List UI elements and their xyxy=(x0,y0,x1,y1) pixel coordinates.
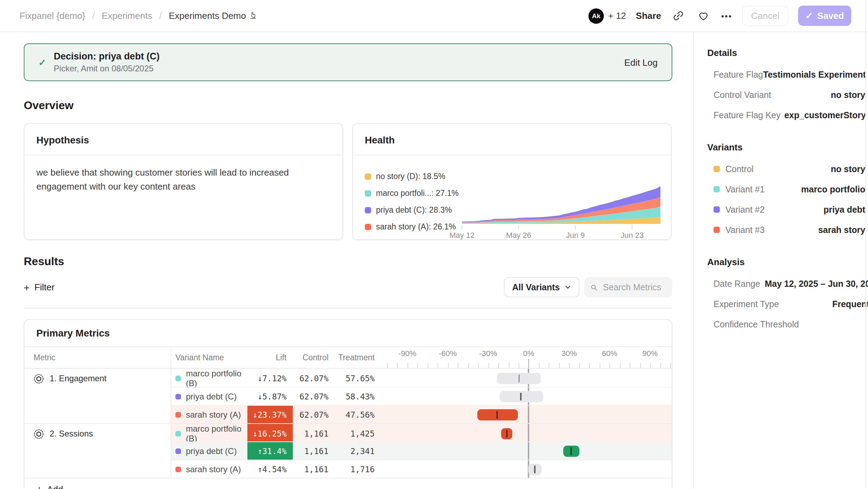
x-axis-label: May 12 xyxy=(449,231,475,240)
metric-table-row[interactable]: 1. Engagementmarco portfolio (B)↓7.12%62… xyxy=(24,369,672,387)
decision-banner: ✓ Decision: priya debt (C) Picker, Amit … xyxy=(24,43,672,81)
variants-dropdown[interactable]: All Variants xyxy=(504,277,579,297)
cancel-button[interactable]: Cancel xyxy=(742,6,788,26)
axis-minor-tick xyxy=(569,363,570,368)
avatar[interactable]: Ak xyxy=(588,8,604,23)
hypothesis-card: Hypothesis we believe that showing custo… xyxy=(24,123,343,240)
axis-label: -60% xyxy=(439,349,457,357)
sidebar-row-value: sarah story (A) xyxy=(765,225,868,235)
details-sidebar: Details Feature FlagTestimonials Experim… xyxy=(693,32,868,489)
axis-minor-tick xyxy=(458,363,458,368)
axis-minor-tick xyxy=(407,363,408,368)
axis-minor-tick xyxy=(600,363,600,368)
lift-value: ↓5.87% xyxy=(247,388,293,405)
results-divider xyxy=(24,308,672,309)
legend-label: marco portfoli...: 27.1% xyxy=(376,189,459,197)
point-estimate-tick xyxy=(506,430,507,438)
legend-item: sarah story (A): 26.1% xyxy=(365,218,459,235)
hypothesis-title: Hypothesis xyxy=(36,134,89,146)
legend-swatch xyxy=(365,190,371,196)
zero-line xyxy=(528,424,529,444)
edit-log-button[interactable]: Edit Log xyxy=(624,57,658,68)
axis-minor-tick xyxy=(519,363,519,368)
sidebar-row: Feature FlagTestimonials Experiment xyxy=(707,64,868,85)
lift-value: ↓16.25% xyxy=(247,424,293,444)
interval-axis: -90%-60%-30%0%30%60%90% xyxy=(384,347,672,368)
treatment-value: 1,716 xyxy=(338,460,384,478)
metric-name[interactable]: 1. Engagement xyxy=(50,374,107,383)
more-options-icon[interactable]: ••• xyxy=(721,12,732,20)
variant-swatch xyxy=(714,227,720,233)
details-heading: Details xyxy=(707,48,868,58)
metric-name[interactable]: 2. Sessions xyxy=(50,429,93,439)
sidebar-row: Variant #1marco portfolio (B) xyxy=(707,179,868,199)
overview-heading: Overview xyxy=(24,99,672,112)
legend-item: no story (D): 18.5% xyxy=(365,168,459,185)
sidebar-row-value: exp_customerStory xyxy=(781,110,866,120)
breadcrumb-item[interactable]: Experiments Demo xyxy=(169,10,257,21)
sidebar-row-value: no story (D) xyxy=(754,164,868,174)
sidebar-row: Experiment TypeFrequentist xyxy=(707,294,868,314)
variant-swatch xyxy=(175,412,181,417)
variant-swatch xyxy=(175,394,181,399)
decision-subtitle: Picker, Amit on 08/05/2025 xyxy=(54,64,624,73)
sidebar-row-label: Experiment Type xyxy=(714,299,779,309)
axis-label: 90% xyxy=(642,349,658,357)
check-icon: ✓ xyxy=(805,10,813,21)
axis-minor-tick xyxy=(498,363,499,368)
breadcrumb-item[interactable]: Fixpanel {demo} xyxy=(20,10,85,21)
metric-table-row[interactable]: sarah story (A)↓23.37%62.07%47.56% xyxy=(24,405,672,423)
axis-minor-tick xyxy=(488,363,489,368)
health-card: Health no story (D): 18.5%marco portfoli… xyxy=(352,123,672,240)
add-metric-button[interactable]: + Add xyxy=(24,478,672,489)
axis-minor-tick xyxy=(387,363,388,368)
metric-table-row[interactable]: priya debt (C)↓5.87%62.07%58.43% xyxy=(24,387,672,405)
metric-table-row[interactable]: 2. Sessionsmarco portfolio (B)↓16.25%1,1… xyxy=(24,423,672,441)
breadcrumb-separator: / xyxy=(159,10,162,21)
lift-value: ↓7.12% xyxy=(247,369,293,388)
saved-button[interactable]: ✓ Saved xyxy=(798,6,851,26)
add-filter-button[interactable]: + Filter xyxy=(24,282,55,293)
legend-label: priya debt (C): 28.3% xyxy=(376,206,452,214)
sidebar-row: Variant #3sarah story (A) xyxy=(707,220,868,240)
metric-table-row[interactable]: sarah story (A)↑4.54%1,1611,716 xyxy=(24,460,672,478)
sidebar-row-value: no story (D) xyxy=(771,90,868,100)
axis-minor-tick xyxy=(468,363,469,368)
axis-minor-tick xyxy=(579,363,580,368)
breadcrumb: Fixpanel {demo}/Experiments/Experiments … xyxy=(20,10,257,21)
top-bar: Fixpanel {demo}/Experiments/Experiments … xyxy=(0,0,868,32)
sidebar-row: Feature Flag Keyexp_customerStory xyxy=(707,105,868,125)
hypothesis-body: we believe that showing customer stories… xyxy=(24,155,342,204)
metric-goal-icon xyxy=(34,428,44,439)
sidebar-row-value: Testimonials Experiment xyxy=(763,70,866,79)
scrollbar-track[interactable] xyxy=(865,0,866,489)
favorite-heart-icon[interactable] xyxy=(696,8,711,23)
breadcrumb-item[interactable]: Experiments xyxy=(102,10,152,21)
search-metrics-input[interactable] xyxy=(602,282,666,293)
variants-heading: Variants xyxy=(707,142,868,153)
link-icon[interactable] xyxy=(671,8,686,23)
sidebar-row-label: Variant #1 xyxy=(725,184,765,194)
axis-label: -30% xyxy=(479,349,497,357)
axis-minor-tick xyxy=(660,363,661,368)
sidebar-row-label: Confidence Threshold xyxy=(714,319,799,329)
sidebar-row-label: Control Variant xyxy=(714,90,771,100)
axis-minor-tick xyxy=(437,363,438,368)
zero-line xyxy=(528,442,529,460)
share-button[interactable]: Share xyxy=(636,10,661,21)
axis-zero-tick xyxy=(529,359,529,368)
axis-minor-tick xyxy=(650,363,651,368)
variant-swatch xyxy=(175,431,181,437)
search-icon xyxy=(591,283,598,291)
axis-minor-tick xyxy=(448,363,448,368)
axis-minor-tick xyxy=(630,363,630,368)
legend-item: priya debt (C): 28.3% xyxy=(365,201,459,218)
health-legend: no story (D): 18.5%marco portfoli...: 27… xyxy=(365,162,459,241)
sidebar-row: Control Variantno story (D) xyxy=(707,85,868,105)
decision-title: Decision: priya debt (C) xyxy=(54,51,624,62)
axis-minor-tick xyxy=(539,363,540,368)
control-value: 1,161 xyxy=(293,423,338,444)
metric-table-row[interactable]: priya debt (C)↑31.4%1,1612,341 xyxy=(24,441,672,460)
treatment-value: 2,341 xyxy=(338,441,384,460)
lift-value: ↑4.54% xyxy=(247,460,293,478)
